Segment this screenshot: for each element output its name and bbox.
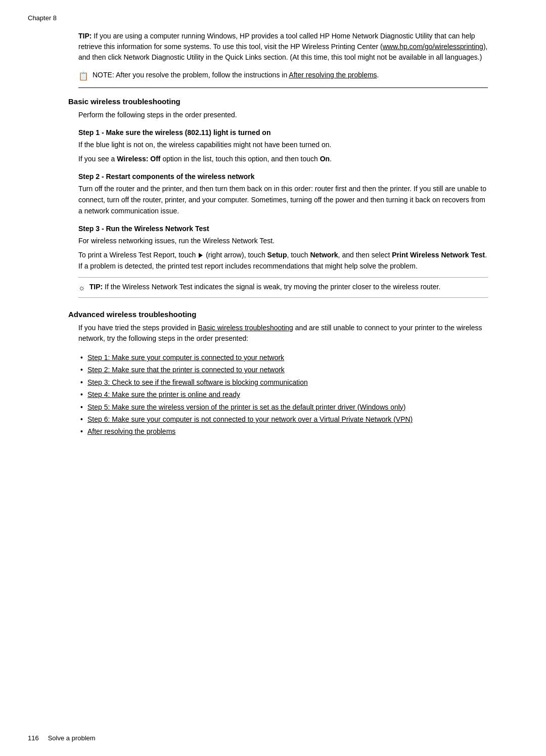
basic-section-title: Basic wireless troubleshooting xyxy=(68,97,488,106)
note-label: NOTE: xyxy=(93,71,114,79)
bullet-link-2[interactable]: Step 2: Make sure that the printer is co… xyxy=(87,366,285,374)
step1-bold2: On xyxy=(320,155,330,163)
bullet-link-4[interactable]: Step 4: Make sure the printer is online … xyxy=(87,390,240,398)
list-item: Step 6: Make sure your computer is not c… xyxy=(78,414,488,425)
right-arrow-icon xyxy=(199,253,203,258)
step1-bold1: Wireless: Off xyxy=(117,155,160,163)
step1-text2: If you see a Wireless: Off option in the… xyxy=(78,154,488,165)
tip-callout-text: TIP: If the Wireless Network Test indica… xyxy=(89,282,441,292)
step3-text1: For wireless networking issues, run the … xyxy=(78,236,488,247)
advanced-bullet-list: Step 1: Make sure your computer is conne… xyxy=(78,352,488,437)
advanced-section: Advanced wireless troubleshooting If you… xyxy=(78,310,488,437)
chapter-header: Chapter 8 xyxy=(28,14,518,22)
note-text: NOTE: After you resolve the problem, fol… xyxy=(93,70,379,80)
main-content: TIP: If you are using a computer running… xyxy=(78,31,488,437)
step1-text1: If the blue light is not on, the wireles… xyxy=(78,140,488,151)
step2-heading: Step 2 - Restart components of the wirel… xyxy=(78,172,488,181)
step1-heading: Step 1 - Make sure the wireless (802.11)… xyxy=(78,128,488,137)
note-icon: 📋 xyxy=(78,70,88,82)
bullet-link-3[interactable]: Step 3: Check to see if the firewall sof… xyxy=(87,378,308,386)
step2-text: Turn off the router and the printer, and… xyxy=(78,184,488,216)
divider-top xyxy=(78,87,488,88)
tip-callout: ☼ TIP: If the Wireless Network Test indi… xyxy=(78,277,488,298)
list-item: Step 3: Check to see if the firewall sof… xyxy=(78,377,488,388)
tip-link[interactable]: www.hp.com/go/wirelessprinting xyxy=(383,42,483,51)
bullet-link-5[interactable]: Step 5: Make sure the wireless version o… xyxy=(87,403,406,411)
tip-label: TIP: xyxy=(78,32,92,40)
list-item: Step 2: Make sure that the printer is co… xyxy=(78,364,488,375)
footer-page-number: 116 xyxy=(28,734,39,742)
step3-bold3: Print Wireless Network Test xyxy=(392,251,485,259)
advanced-section-intro: If you have tried the steps provided in … xyxy=(78,323,488,344)
step3-bold1: Setup xyxy=(267,251,287,259)
list-item: Step 1: Make sure your computer is conne… xyxy=(78,352,488,363)
advanced-section-title: Advanced wireless troubleshooting xyxy=(68,310,488,319)
step3-bold2: Network xyxy=(310,251,338,259)
footer: 116 Solve a problem xyxy=(28,734,518,742)
step3-text2: To print a Wireless Test Report, touch (… xyxy=(78,250,488,272)
list-item: After resolving the problems xyxy=(78,426,488,437)
footer-text: Solve a problem xyxy=(48,734,96,742)
bullet-link-7[interactable]: After resolving the problems xyxy=(87,427,175,435)
list-item: Step 4: Make sure the printer is online … xyxy=(78,389,488,400)
tip-callout-label: TIP: xyxy=(89,283,103,291)
note-box: 📋 NOTE: After you resolve the problem, f… xyxy=(78,70,488,82)
basic-section-intro: Perform the following steps in the order… xyxy=(78,110,488,120)
page-container: Chapter 8 TIP: If you are using a comput… xyxy=(0,0,546,756)
advanced-intro-link[interactable]: Basic wireless troubleshooting xyxy=(198,324,293,332)
note-link[interactable]: After resolving the problems xyxy=(289,71,377,79)
sun-icon: ☼ xyxy=(78,282,85,294)
step3-heading: Step 3 - Run the Wireless Network Test xyxy=(78,225,488,233)
tip-box: TIP: If you are using a computer running… xyxy=(78,31,488,63)
list-item: Step 5: Make sure the wireless version o… xyxy=(78,402,488,413)
bullet-link-1[interactable]: Step 1: Make sure your computer is conne… xyxy=(87,353,284,362)
bullet-link-6[interactable]: Step 6: Make sure your computer is not c… xyxy=(87,415,413,423)
